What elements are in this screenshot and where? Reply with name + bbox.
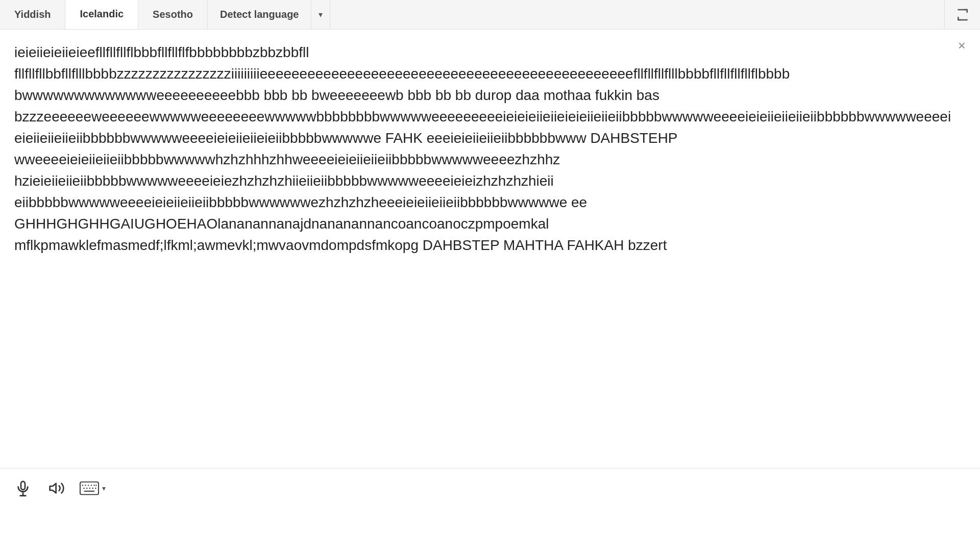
detect-language-button[interactable]: Detect language — [208, 0, 311, 29]
speaker-button[interactable] — [46, 478, 67, 499]
svg-marker-5 — [50, 484, 56, 493]
svg-point-27 — [89, 488, 90, 489]
swap-icon — [955, 7, 970, 22]
svg-point-24 — [95, 485, 96, 486]
keyboard-button[interactable]: ▾ — [80, 481, 106, 495]
svg-point-29 — [95, 488, 96, 489]
tab-icelandic[interactable]: Icelandic — [65, 0, 138, 29]
svg-point-28 — [92, 488, 93, 489]
svg-point-20 — [85, 485, 86, 486]
tab-bar-spacer — [330, 0, 944, 29]
swap-languages-button[interactable] — [944, 0, 980, 29]
microphone-button[interactable] — [12, 478, 34, 499]
svg-point-19 — [82, 485, 83, 486]
tab-yiddish[interactable]: Yiddish — [0, 0, 65, 29]
svg-point-21 — [88, 485, 89, 486]
tab-detect-language: Detect language ▾ — [208, 0, 330, 29]
svg-rect-2 — [21, 482, 25, 490]
tab-sesotho[interactable]: Sesotho — [138, 0, 208, 29]
detect-language-dropdown[interactable]: ▾ — [311, 0, 330, 29]
svg-point-22 — [91, 485, 92, 486]
source-text-area: × ieieiieieiieieefllfllfllflbbbfllfllflf… — [0, 30, 980, 468]
svg-point-26 — [86, 488, 87, 489]
svg-point-25 — [83, 488, 84, 489]
microphone-icon — [15, 480, 31, 496]
keyboard-dropdown-arrow[interactable]: ▾ — [102, 484, 106, 492]
bottom-toolbar: ▾ — [0, 468, 980, 508]
clear-text-button[interactable]: × — [958, 38, 966, 54]
speaker-icon — [48, 480, 65, 496]
svg-point-23 — [93, 485, 94, 486]
source-text: ieieiieieiieieefllfllfllflbbbfllfllflfbb… — [14, 42, 953, 256]
keyboard-icon — [80, 481, 99, 495]
tab-bar: Yiddish Icelandic Sesotho Detect languag… — [0, 0, 980, 30]
